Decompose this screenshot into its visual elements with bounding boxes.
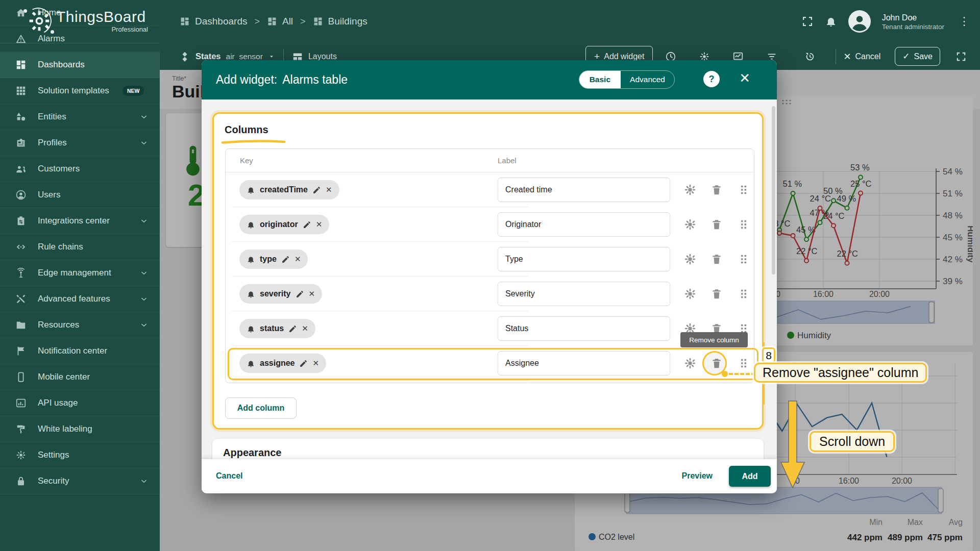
tab-advanced[interactable]: Advanced: [621, 71, 674, 88]
chip-remove-icon[interactable]: ✕: [302, 324, 308, 333]
column-settings-gear-icon[interactable]: [683, 253, 697, 266]
sidebar-item-resources[interactable]: Resources: [0, 312, 160, 338]
sidebar-item-advanced-features[interactable]: Advanced features: [0, 286, 160, 312]
edit-pencil-icon[interactable]: [288, 324, 297, 333]
chip-remove-icon[interactable]: ✕: [295, 255, 301, 264]
label-input-originator[interactable]: [498, 212, 670, 237]
row-divider: [232, 380, 529, 381]
sidebar-item-solution-templates[interactable]: Solution templatesNEW: [0, 78, 160, 104]
drag-handle-icon[interactable]: [737, 287, 750, 300]
column-settings-gear-icon[interactable]: [683, 183, 697, 196]
sidebar-item-label: Security: [38, 476, 69, 486]
drag-handle-icon[interactable]: [737, 253, 750, 266]
dashboards-icon: [313, 16, 323, 27]
sidebar-item-label: Home: [38, 8, 61, 18]
breadcrumb-separator: >: [254, 16, 260, 27]
flag-icon: [15, 345, 27, 357]
edit-pencil-icon[interactable]: [312, 186, 321, 194]
sidebar-item-edge-management[interactable]: Edge management: [0, 260, 160, 286]
fullscreen-icon[interactable]: [801, 15, 814, 28]
breadcrumb-all[interactable]: All: [267, 16, 293, 27]
dialog-header: Add widget:Alarms table Basic Advanced ?…: [202, 60, 777, 99]
sidebar-item-security[interactable]: Security: [0, 468, 160, 494]
delete-column-trash-icon[interactable]: [710, 183, 723, 196]
sidebar-item-white-labeling[interactable]: White labeling: [0, 416, 160, 442]
badge-icon: [15, 137, 27, 148]
chip-remove-icon[interactable]: ✕: [316, 220, 323, 229]
edit-pencil-icon[interactable]: [303, 220, 311, 229]
sidebar-item-customers[interactable]: Customers: [0, 156, 160, 182]
columns-title-highlight-underline: [221, 139, 286, 144]
label-input-type[interactable]: [498, 247, 670, 271]
preview-button[interactable]: Preview: [682, 471, 713, 481]
sidebar-item-dashboards[interactable]: Dashboards: [0, 52, 160, 78]
tab-basic[interactable]: Basic: [579, 71, 621, 88]
edit-pencil-icon[interactable]: [296, 290, 304, 298]
sidebar-item-users[interactable]: Users: [0, 182, 160, 208]
column-row-createdTime: createdTime✕: [226, 172, 754, 207]
key-chip-type[interactable]: type✕: [239, 249, 308, 269]
sidebar-item-api-usage[interactable]: API usage: [0, 390, 160, 416]
sidebar-item-entities[interactable]: Entities: [0, 104, 160, 130]
sidebar-item-integrations-center[interactable]: Integrations center: [0, 208, 160, 234]
dialog-scrollbar[interactable]: [772, 106, 775, 274]
drag-handle-icon[interactable]: [737, 218, 750, 231]
breadcrumb-buildings[interactable]: Buildings: [313, 16, 368, 27]
add-button[interactable]: Add: [729, 466, 771, 487]
sidebar-item-home[interactable]: Home: [0, 0, 160, 26]
sidebar-item-profiles[interactable]: Profiles: [0, 130, 160, 156]
label-input-severity[interactable]: [498, 282, 670, 306]
delete-column-trash-icon[interactable]: [710, 218, 723, 231]
delete-column-trash-icon[interactable]: [710, 253, 723, 266]
code-icon: [15, 241, 27, 253]
label-input-status[interactable]: [498, 316, 670, 341]
key-chip-createdTime[interactable]: createdTime✕: [239, 180, 339, 199]
chevron-down-icon: [268, 53, 275, 60]
widget-name: Alarms table: [282, 73, 348, 86]
add-column-button[interactable]: Add column: [225, 397, 297, 419]
help-icon[interactable]: ?: [703, 71, 720, 87]
columns-section-title: Columns: [225, 124, 268, 136]
fullscreen-icon[interactable]: [955, 51, 967, 62]
history-icon[interactable]: [804, 51, 815, 62]
sidebar-item-label: Solution templates: [38, 86, 109, 96]
sidebar-item-rule-chains[interactable]: Rule chains: [0, 234, 160, 260]
cancel-button[interactable]: Cancel: [216, 471, 242, 481]
user-name: John Doe: [882, 13, 944, 23]
chip-remove-icon[interactable]: ✕: [326, 185, 332, 194]
alarm-bell-icon: [247, 290, 255, 298]
key-chip-status[interactable]: status✕: [239, 319, 315, 338]
save-button[interactable]: ✓ Save: [895, 47, 940, 66]
chevron-down-icon: [139, 216, 149, 226]
sidebar-item-settings[interactable]: Settings: [0, 442, 160, 468]
edit-pencil-icon[interactable]: [281, 255, 290, 264]
edit-cancel-button[interactable]: ✕ Cancel: [843, 51, 880, 62]
delete-column-trash-icon[interactable]: [710, 287, 723, 300]
antenna-icon: [15, 267, 27, 279]
mode-toggle: Basic Advanced: [579, 70, 675, 89]
lock-icon: [15, 475, 27, 487]
key-chip-originator[interactable]: originator✕: [239, 215, 329, 234]
breadcrumb-dashboards[interactable]: Dashboards: [180, 16, 247, 27]
chip-remove-icon[interactable]: ✕: [309, 289, 315, 298]
column-settings-gear-icon[interactable]: [683, 218, 697, 231]
chevron-down-icon: [139, 112, 149, 121]
tools-icon: [15, 293, 27, 305]
sidebar-item-mobile-center[interactable]: Mobile center: [0, 364, 160, 390]
notifications-bell-icon[interactable]: [825, 15, 837, 28]
sidebar-item-alarms[interactable]: Alarms: [0, 26, 160, 52]
annotation-dashed-connector: [729, 373, 755, 375]
column-settings-gear-icon[interactable]: [683, 287, 697, 300]
drag-handle-icon[interactable]: [737, 183, 750, 196]
more-menu-icon[interactable]: ⋮: [955, 15, 973, 28]
column-row-originator: originator✕: [226, 207, 754, 242]
column-row-severity: severity✕: [226, 277, 754, 311]
close-icon[interactable]: ✕: [739, 70, 750, 86]
label-input-createdTime[interactable]: [498, 178, 670, 202]
sidebar-item-label: API usage: [38, 398, 78, 408]
chevron-down-icon: [139, 320, 149, 330]
person-icon: [848, 10, 871, 33]
sidebar-item-notification-center[interactable]: Notification center: [0, 338, 160, 364]
avatar[interactable]: [848, 10, 871, 33]
key-chip-severity[interactable]: severity✕: [239, 284, 322, 304]
